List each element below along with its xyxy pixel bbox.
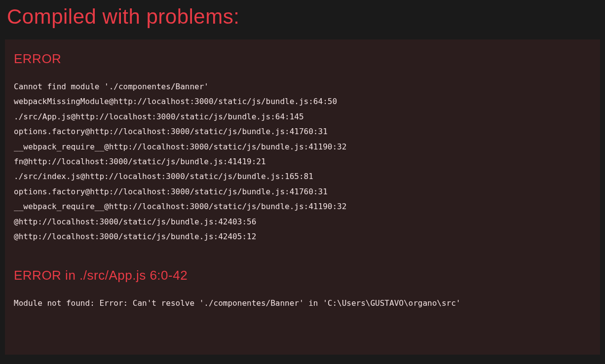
error-title: ERROR in ./src/App.js 6:0-42 [14, 268, 591, 283]
error-message: Module not found: Error: Can't resolve '… [14, 296, 591, 311]
error-panel: ERROR Cannot find module './componentes/… [5, 39, 600, 355]
error-stacktrace: Cannot find module './componentes/Banner… [14, 79, 591, 244]
error-block: ERROR in ./src/App.js 6:0-42 Module not … [14, 268, 591, 311]
error-title: ERROR [14, 51, 591, 67]
error-block: ERROR Cannot find module './componentes/… [14, 51, 591, 244]
page-title: Compiled with problems: [7, 5, 598, 29]
overlay-header: Compiled with problems: [0, 0, 605, 39]
